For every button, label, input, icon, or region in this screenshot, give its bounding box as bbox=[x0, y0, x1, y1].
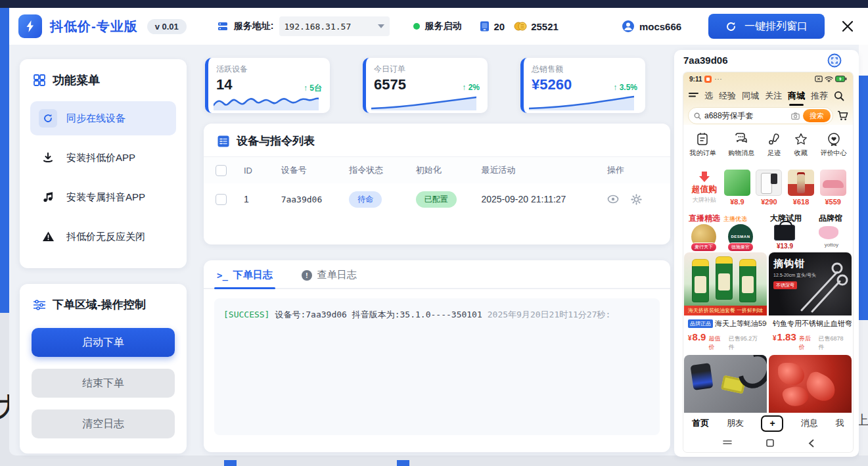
stat-card-active-devices: 活跃设备 14 ↑ 5台 bbox=[205, 58, 330, 113]
footprint-icon bbox=[767, 132, 781, 147]
background-window-left-edge bbox=[0, 8, 9, 313]
tab-recommend[interactable]: 推荐 bbox=[811, 90, 828, 102]
stop-order-button[interactable]: 结束下单 bbox=[32, 369, 175, 398]
quick-link-favorites[interactable]: 收藏 bbox=[794, 132, 808, 158]
expand-icon[interactable] bbox=[827, 53, 842, 68]
arrange-windows-button[interactable]: 一键排列窗口 bbox=[708, 14, 825, 39]
tile-moto-parts[interactable] bbox=[684, 355, 767, 413]
recents-icon[interactable] bbox=[723, 440, 732, 446]
gear-icon[interactable] bbox=[631, 194, 642, 205]
price-tag: 券后价 bbox=[799, 335, 816, 352]
start-order-button[interactable]: 启动下单 bbox=[32, 328, 175, 357]
nav-messages[interactable]: 消息 bbox=[801, 417, 818, 429]
phone-screen[interactable]: 9:11 ··· bbox=[683, 72, 853, 452]
tab-experience[interactable]: 经验 bbox=[719, 90, 736, 102]
brand-hall-title: 品牌馆 bbox=[819, 213, 842, 224]
sidebar-item-install-app[interactable]: 安装抖低价APP bbox=[30, 141, 176, 175]
tab-query-log[interactable]: ! 查单日志 bbox=[302, 269, 357, 288]
quick-link-reviews[interactable]: 评价中心 bbox=[821, 132, 847, 158]
taskbar-window-chip[interactable] bbox=[397, 460, 409, 466]
column-header: 初始化 bbox=[416, 164, 482, 176]
quick-link-orders[interactable]: 我的订单 bbox=[689, 132, 716, 158]
nav-home[interactable]: 首页 bbox=[692, 417, 709, 429]
tile-pomegranate[interactable] bbox=[769, 355, 852, 413]
view-icon[interactable] bbox=[607, 195, 619, 204]
cell-id: 1 bbox=[244, 194, 281, 204]
taskbar-window-chip[interactable] bbox=[224, 460, 237, 466]
cell-device: 7aa39d06 bbox=[281, 195, 350, 204]
log-output[interactable]: [SUCCESS]设备号:7aa39d06 抖音版本为:35.1.0----35… bbox=[214, 298, 660, 435]
hamburger-icon[interactable] bbox=[689, 92, 698, 99]
camera-icon[interactable] bbox=[791, 112, 800, 120]
cart-icon[interactable] bbox=[837, 110, 848, 121]
chat-icon bbox=[734, 132, 748, 147]
brand-toy-thumb[interactable] bbox=[819, 226, 838, 239]
info-icon: ! bbox=[302, 270, 312, 281]
quick-link-label: 评价中心 bbox=[821, 149, 847, 158]
search-button[interactable]: 搜索 bbox=[803, 109, 831, 122]
table-row[interactable]: 1 7aa39d06 待命 已配置 2025-09-20 21:11:27 bbox=[204, 183, 670, 215]
clear-log-button[interactable]: 清空日志 bbox=[32, 409, 175, 438]
sidebar-item-force-close[interactable]: 抖低价无反应关闭 bbox=[30, 220, 176, 254]
quick-link-label: 购物消息 bbox=[728, 149, 754, 158]
super-value-entry[interactable]: 超值购 大牌补贴 bbox=[687, 171, 721, 204]
sidebar-item-install-douyin[interactable]: 安装专属抖音APP bbox=[30, 180, 176, 214]
tab-label: 查单日志 bbox=[317, 269, 357, 281]
product-thumb-liquor bbox=[788, 170, 814, 196]
tab-following[interactable]: 关注 bbox=[765, 90, 782, 102]
wifi-icon bbox=[825, 76, 833, 82]
server-address-dropdown[interactable]: 192.168.31.57 bbox=[279, 16, 390, 36]
promo-product[interactable]: ¥290 bbox=[753, 170, 785, 206]
nav-me[interactable]: 我 bbox=[836, 417, 844, 429]
menu-title: 功能菜单 bbox=[53, 72, 100, 88]
currency: ¥ bbox=[688, 335, 692, 342]
live-stream-avatar[interactable]: 麦行天下 bbox=[691, 224, 716, 249]
create-button[interactable]: + bbox=[761, 415, 783, 432]
trial-bag-thumb[interactable] bbox=[774, 225, 795, 241]
product-thumb-shoe bbox=[820, 170, 846, 196]
grid-icon bbox=[33, 74, 46, 87]
tab-order-log[interactable]: >_ 下单日志 bbox=[217, 269, 273, 288]
user-avatar-icon bbox=[622, 20, 635, 33]
tab-label: 下单日志 bbox=[233, 269, 273, 281]
live-subtitle: 主播优选 bbox=[723, 215, 747, 223]
product-image-hemostat: 摘钩钳 12.5-20cm 直头/弯头 不锈深弯 bbox=[769, 252, 852, 315]
sidebar-item-label: 安装抖低价APP bbox=[66, 152, 135, 164]
stat-label: 今日订单 bbox=[374, 64, 480, 75]
quick-link-label: 收藏 bbox=[794, 149, 808, 158]
sidebar-item-sync-devices[interactable]: 同步在线设备 bbox=[30, 101, 176, 135]
product-card[interactable]: 摘钩钳 12.5-20cm 直头/弯头 不锈深弯 钓鱼专用不锈钢止血钳弯 ¥ 1… bbox=[769, 252, 852, 352]
nav-friends[interactable]: 朋友 bbox=[727, 417, 744, 429]
search-input[interactable]: a688劳保手套 搜索 bbox=[688, 107, 833, 124]
select-all-checkbox[interactable] bbox=[216, 165, 227, 176]
coin-count: 25521 bbox=[531, 21, 559, 32]
quick-link-messages[interactable]: 购物消息 bbox=[728, 132, 754, 158]
user-account[interactable]: mocs666 bbox=[622, 20, 681, 33]
promo-product[interactable]: ¥559 bbox=[817, 170, 849, 206]
product-card[interactable]: 海天挤挤装蚝油套餐 一挤鲜到味 品牌正品 海天上等蚝油590 ¥ 8.9 超值价… bbox=[684, 252, 767, 352]
stat-delta: ↑ 3.5% bbox=[613, 83, 637, 92]
product-price: 1.83 bbox=[777, 331, 796, 342]
server-address-group: 服务地址: 192.168.31.57 bbox=[217, 16, 390, 36]
device-count-group: 20 25521 bbox=[479, 20, 559, 32]
back-icon[interactable] bbox=[808, 439, 814, 448]
search-icon[interactable] bbox=[834, 91, 844, 101]
home-square-icon[interactable] bbox=[766, 439, 774, 447]
list-icon bbox=[217, 135, 230, 148]
brand-logo-text: DESMAN bbox=[731, 235, 750, 239]
tab-mall[interactable]: 商城 bbox=[788, 90, 805, 102]
sold-count: 已售6878件 bbox=[818, 335, 848, 352]
row-checkbox[interactable] bbox=[216, 194, 227, 205]
heart-badge-icon bbox=[827, 132, 841, 147]
stat-card-total-sales: 总销售额 ¥5260 ↑ 3.5% bbox=[520, 58, 645, 113]
close-window-button[interactable] bbox=[840, 19, 855, 34]
quick-link-footprints[interactable]: 足迹 bbox=[767, 132, 781, 158]
tab-local[interactable]: 同城 bbox=[742, 90, 759, 102]
promo-product[interactable]: ¥618 bbox=[785, 170, 817, 206]
promo-product[interactable]: ¥8.9 bbox=[721, 170, 754, 206]
magnifier-icon bbox=[694, 112, 701, 120]
live-stream-avatar[interactable]: DESMAN 德施曼官 bbox=[728, 224, 753, 249]
init-badge: 已配置 bbox=[416, 191, 457, 208]
product-title: 海天上等蚝油590 bbox=[715, 319, 767, 329]
tab-featured[interactable]: 选 bbox=[704, 90, 713, 102]
